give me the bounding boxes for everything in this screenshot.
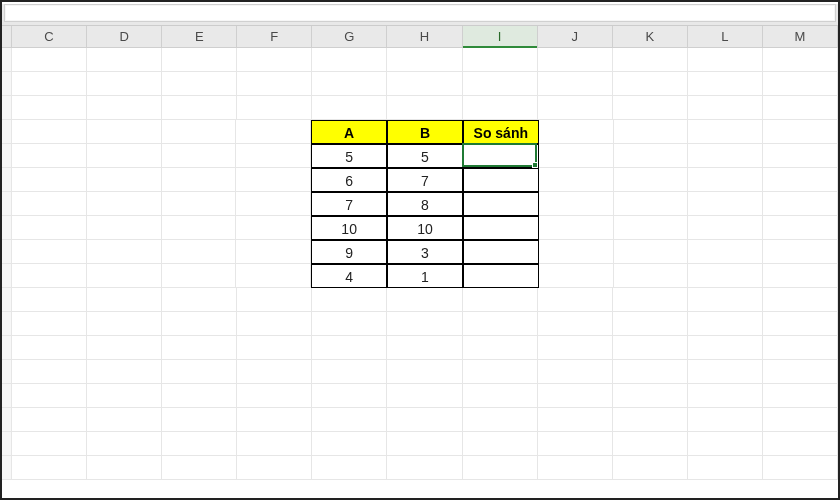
cell[interactable] (87, 336, 162, 360)
cell[interactable] (763, 144, 838, 168)
cell[interactable] (162, 216, 237, 240)
cell[interactable] (312, 456, 387, 480)
table-cell-b[interactable]: 8 (387, 192, 463, 216)
table-cell-compare[interactable] (463, 264, 539, 288)
cell[interactable] (12, 336, 87, 360)
cell[interactable] (387, 408, 462, 432)
cell[interactable] (237, 72, 312, 96)
cell[interactable] (237, 384, 312, 408)
cell[interactable] (763, 336, 838, 360)
cell[interactable] (463, 432, 538, 456)
cell[interactable] (688, 72, 763, 96)
cell[interactable] (613, 456, 688, 480)
cell[interactable] (614, 264, 689, 288)
table-cell-compare[interactable] (463, 168, 539, 192)
cell[interactable] (87, 96, 162, 120)
cell[interactable] (538, 72, 613, 96)
cell[interactable] (387, 432, 462, 456)
cell[interactable] (236, 216, 311, 240)
cell[interactable] (538, 456, 613, 480)
cell[interactable] (12, 408, 87, 432)
cell[interactable] (463, 456, 538, 480)
cell[interactable] (763, 456, 838, 480)
cell[interactable] (463, 96, 538, 120)
cell[interactable] (688, 216, 763, 240)
cell[interactable] (613, 72, 688, 96)
column-header-D[interactable]: D (87, 26, 162, 47)
cell[interactable] (12, 360, 87, 384)
cell[interactable] (614, 192, 689, 216)
cell[interactable] (87, 48, 162, 72)
cell[interactable] (463, 312, 538, 336)
cell[interactable] (162, 264, 237, 288)
cell[interactable] (236, 144, 311, 168)
cell[interactable] (539, 144, 614, 168)
cell[interactable] (237, 96, 312, 120)
cell[interactable] (463, 48, 538, 72)
cell[interactable] (763, 48, 838, 72)
cell[interactable] (12, 432, 87, 456)
cell[interactable] (539, 216, 614, 240)
cell[interactable] (613, 96, 688, 120)
cell[interactable] (688, 192, 763, 216)
table-cell-a[interactable]: 6 (311, 168, 387, 192)
cell[interactable] (763, 216, 838, 240)
column-header-M[interactable]: M (763, 26, 838, 47)
cell[interactable] (237, 48, 312, 72)
cell[interactable] (538, 336, 613, 360)
cell[interactable] (688, 384, 763, 408)
cell[interactable] (87, 384, 162, 408)
cell[interactable] (12, 288, 87, 312)
cell[interactable] (614, 168, 689, 192)
cell[interactable] (87, 432, 162, 456)
cell[interactable] (162, 168, 237, 192)
cell[interactable] (237, 456, 312, 480)
cell[interactable] (539, 264, 614, 288)
cell[interactable] (463, 336, 538, 360)
cell[interactable] (12, 240, 87, 264)
cell[interactable] (87, 312, 162, 336)
cell[interactable] (87, 120, 162, 144)
cell[interactable] (12, 48, 87, 72)
cell[interactable] (312, 408, 387, 432)
cell[interactable] (162, 72, 237, 96)
cell[interactable] (162, 360, 237, 384)
cell[interactable] (87, 240, 162, 264)
cell[interactable] (162, 288, 237, 312)
cell[interactable] (236, 120, 311, 144)
cell[interactable] (613, 48, 688, 72)
cell[interactable] (688, 168, 763, 192)
cell[interactable] (539, 240, 614, 264)
cell[interactable] (387, 72, 462, 96)
cell[interactable] (763, 120, 838, 144)
cell[interactable] (688, 288, 763, 312)
cell[interactable] (463, 72, 538, 96)
cell[interactable] (87, 288, 162, 312)
table-cell-b[interactable]: 5 (387, 144, 463, 168)
cell[interactable] (688, 408, 763, 432)
cell[interactable] (12, 192, 87, 216)
column-header-I[interactable]: I (463, 26, 538, 47)
cell[interactable] (12, 264, 87, 288)
cell[interactable] (237, 408, 312, 432)
cell[interactable] (312, 96, 387, 120)
cell[interactable] (539, 168, 614, 192)
column-header-G[interactable]: G (312, 26, 387, 47)
table-cell-compare[interactable] (463, 192, 539, 216)
column-header-E[interactable]: E (162, 26, 237, 47)
cell[interactable] (12, 384, 87, 408)
cell[interactable] (763, 264, 838, 288)
cell[interactable] (162, 240, 237, 264)
cell[interactable] (763, 240, 838, 264)
cell[interactable] (162, 336, 237, 360)
cell[interactable] (162, 312, 237, 336)
table-cell-a[interactable]: 4 (311, 264, 387, 288)
cell[interactable] (12, 312, 87, 336)
cell[interactable] (87, 216, 162, 240)
table-header-compare[interactable]: So sánh (463, 120, 539, 144)
cell[interactable] (87, 360, 162, 384)
cell[interactable] (162, 192, 237, 216)
cell[interactable] (688, 120, 763, 144)
cell[interactable] (162, 144, 237, 168)
table-cell-b[interactable]: 1 (387, 264, 463, 288)
